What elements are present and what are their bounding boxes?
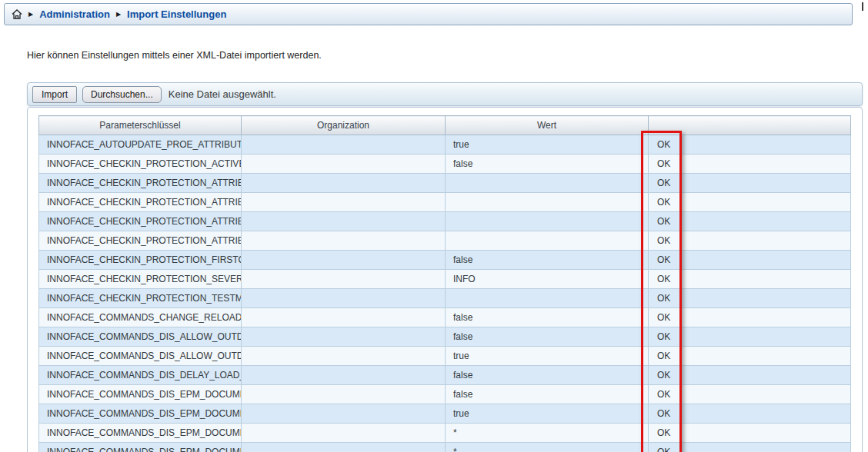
cell-status: OK (649, 385, 851, 404)
cell-status: OK (649, 327, 851, 347)
cell-parameter-key: INNOFACE_COMMANDS_DIS_ALLOW_OUTDATE (39, 347, 242, 366)
cell-wert (446, 231, 649, 251)
cell-wert: false (446, 308, 649, 327)
cell-status: OK (649, 212, 851, 231)
cell-status: OK (649, 308, 851, 327)
cell-wert: true (446, 404, 649, 424)
cell-wert (446, 212, 649, 231)
breadcrumb-item-import-einstellungen[interactable]: Import Einstellungen (127, 8, 226, 20)
cell-parameter-key: INNOFACE_CHECKIN_PROTECTION_TESTMODE (39, 289, 242, 308)
cell-wert (446, 174, 649, 193)
cell-wert: true (446, 347, 649, 366)
cell-organization (242, 193, 446, 212)
cell-wert: * (446, 443, 649, 452)
table-row[interactable]: INNOFACE_CHECKIN_PROTECTION_FIRSTONLY fa… (39, 251, 851, 270)
table-row[interactable]: INNOFACE_AUTOUPDATE_PROE_ATTRIBUTES_FR t… (39, 135, 851, 155)
cell-parameter-key: INNOFACE_CHECKIN_PROTECTION_ATTRIBUTES (39, 231, 242, 251)
cell-status: OK (649, 231, 851, 251)
cell-wert (446, 289, 649, 308)
cell-status: OK (649, 424, 851, 443)
cell-organization (242, 347, 446, 366)
cell-organization (242, 231, 446, 251)
cell-status: OK (649, 193, 851, 212)
cell-wert: false (446, 155, 649, 174)
cell-parameter-key: INNOFACE_CHECKIN_PROTECTION_ATTRIBUTES (39, 174, 242, 193)
cell-organization (242, 366, 446, 385)
cell-parameter-key: INNOFACE_CHECKIN_PROTECTION_ACTIVE (39, 155, 242, 174)
table-row[interactable]: INNOFACE_CHECKIN_PROTECTION_ATTRIBUTES O… (39, 231, 851, 251)
cell-organization (242, 174, 446, 193)
table-row[interactable]: INNOFACE_COMMANDS_DIS_EPM_DOCUMENT * OK (39, 424, 851, 443)
cell-status: OK (649, 251, 851, 270)
cell-wert (446, 193, 649, 212)
column-header-status (649, 116, 851, 135)
cell-organization (242, 251, 446, 270)
import-button[interactable]: Import (32, 86, 77, 103)
cell-parameter-key: INNOFACE_COMMANDS_DIS_EPM_DOCUMENT (39, 424, 242, 443)
cell-status: OK (649, 270, 851, 289)
table-row[interactable]: INNOFACE_COMMANDS_DIS_ALLOW_OUTDATE fals… (39, 327, 851, 347)
cell-organization (242, 404, 446, 424)
intro-text: Hier können Einstellungen mittels einer … (27, 50, 322, 61)
cell-parameter-key: INNOFACE_COMMANDS_DIS_DELAY_LOAD_ROO (39, 366, 242, 385)
table-row[interactable]: INNOFACE_COMMANDS_CHANGE_RELOAD_SU false… (39, 308, 851, 327)
column-header-wert: Wert (446, 116, 649, 135)
browse-button[interactable]: Durchsuchen... (82, 86, 162, 103)
breadcrumb-item-administration[interactable]: Administration (39, 8, 110, 20)
cell-wert: INFO (446, 270, 649, 289)
cell-status: OK (649, 174, 851, 193)
cell-parameter-key: INNOFACE_COMMANDS_DIS_EPM_DOCUMENT (39, 443, 242, 452)
breadcrumb-separator-icon: ▶ (28, 12, 33, 18)
cell-parameter-key: INNOFACE_CHECKIN_PROTECTION_FIRSTONLY (39, 251, 242, 270)
table-row[interactable]: INNOFACE_CHECKIN_PROTECTION_ATTRIBUTES O… (39, 174, 851, 193)
cell-wert: false (446, 366, 649, 385)
cell-parameter-key: INNOFACE_COMMANDS_DIS_EPM_DOCUMENT (39, 404, 242, 424)
table-row[interactable]: INNOFACE_COMMANDS_DIS_EPM_DOCUMENT false… (39, 385, 851, 404)
table-row[interactable]: INNOFACE_CHECKIN_PROTECTION_ACTIVE false… (39, 155, 851, 174)
cell-organization (242, 289, 446, 308)
table-row[interactable]: INNOFACE_COMMANDS_DIS_ALLOW_OUTDATE true… (39, 347, 851, 366)
column-header-parameterschluessel: Parameterschlüssel (39, 116, 242, 135)
home-icon[interactable] (12, 9, 22, 19)
table-row[interactable]: INNOFACE_CHECKIN_PROTECTION_TESTMODE OK (39, 289, 851, 308)
cell-organization (242, 308, 446, 327)
cell-organization (242, 443, 446, 452)
cell-organization (242, 385, 446, 404)
table-panel: Parameterschlüssel Organization Wert INN… (27, 107, 863, 452)
cell-status: OK (649, 443, 851, 452)
text-cursor-mark (862, 2, 863, 11)
cell-status: OK (649, 347, 851, 366)
settings-table: Parameterschlüssel Organization Wert INN… (38, 115, 851, 452)
cell-wert: false (446, 251, 649, 270)
cell-organization (242, 212, 446, 231)
cell-parameter-key: INNOFACE_CHECKIN_PROTECTION_ATTRIBUTES (39, 212, 242, 231)
cell-status: OK (649, 366, 851, 385)
breadcrumb: ▶ Administration ▶ Import Einstellungen (4, 3, 853, 25)
cell-organization (242, 155, 446, 174)
table-row[interactable]: INNOFACE_COMMANDS_DIS_EPM_DOCUMENT * OK (39, 443, 851, 452)
cell-parameter-key: INNOFACE_CHECKIN_PROTECTION_SEVERITY (39, 270, 242, 289)
table-row[interactable]: INNOFACE_COMMANDS_DIS_DELAY_LOAD_ROO fal… (39, 366, 851, 385)
table-header-row: Parameterschlüssel Organization Wert (39, 116, 851, 135)
cell-organization (242, 270, 446, 289)
cell-parameter-key: INNOFACE_AUTOUPDATE_PROE_ATTRIBUTES_FR (39, 135, 242, 155)
cell-parameter-key: INNOFACE_COMMANDS_DIS_EPM_DOCUMENT (39, 385, 242, 404)
cell-wert: true (446, 135, 649, 155)
cell-wert: false (446, 385, 649, 404)
cell-organization (242, 135, 446, 155)
table-row[interactable]: INNOFACE_CHECKIN_PROTECTION_ATTRIBUTES O… (39, 212, 851, 231)
cell-wert: * (446, 424, 649, 443)
table-row[interactable]: INNOFACE_COMMANDS_DIS_EPM_DOCUMENT true … (39, 404, 851, 424)
breadcrumb-separator-icon: ▶ (116, 12, 121, 18)
cell-wert: false (446, 327, 649, 347)
table-row[interactable]: INNOFACE_CHECKIN_PROTECTION_ATTRIBUTES O… (39, 193, 851, 212)
cell-status: OK (649, 404, 851, 424)
cell-status: OK (649, 135, 851, 155)
cell-parameter-key: INNOFACE_CHECKIN_PROTECTION_ATTRIBUTES (39, 193, 242, 212)
import-toolbar: Import Durchsuchen... Keine Datei ausgew… (27, 82, 863, 106)
cell-parameter-key: INNOFACE_COMMANDS_DIS_ALLOW_OUTDATE (39, 327, 242, 347)
cell-status: OK (649, 155, 851, 174)
cell-organization (242, 327, 446, 347)
table-row[interactable]: INNOFACE_CHECKIN_PROTECTION_SEVERITY INF… (39, 270, 851, 289)
cell-status: OK (649, 289, 851, 308)
